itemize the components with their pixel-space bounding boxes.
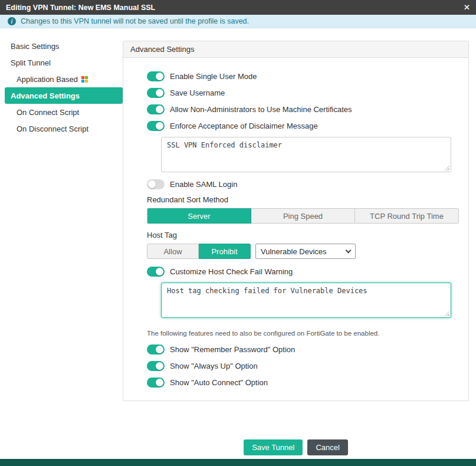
toggle-knob [148, 181, 156, 188]
fortigate-note: The following features need to also be c… [147, 330, 459, 337]
sidebar-item-on-connect-script[interactable]: On Connect Script [5, 104, 123, 120]
panel-body: Enable Single User Mode Save Username Al… [123, 58, 468, 401]
sort-option-ping-speed[interactable]: Ping Speed [251, 208, 355, 224]
disclaimer-textarea-wrap: SSL VPN Enforced disclaimer [161, 137, 451, 172]
host-tag-select-wrap: Vulnerable Devices [255, 244, 356, 259]
host-check-warning-textarea-wrap: Host tag checking failed for Vulnerable … [161, 283, 451, 318]
single-user-mode-toggle[interactable] [147, 71, 165, 81]
remember-password-toggle[interactable] [147, 344, 165, 355]
toggle-knob [156, 362, 163, 370]
host-tag-select[interactable]: Vulnerable Devices [255, 244, 356, 259]
toggle-row-save-username: Save Username [147, 87, 459, 98]
saml-login-label: Enable SAML Login [170, 180, 237, 189]
machine-certs-toggle[interactable] [147, 104, 165, 114]
edit-vpn-tunnel-dialog: Editing VPN Tunnel: New EMS Manual SSL ✕… [0, 0, 476, 466]
info-banner-text: Changes to this VPN tunnel will not be s… [21, 17, 249, 25]
host-tag-row: Allow Prohibit Vulnerable Devices [147, 244, 459, 259]
toggle-row-machine-certs: Allow Non-Administrators to Use Machine … [147, 104, 459, 114]
host-check-warning-toggle[interactable] [147, 267, 165, 277]
toggle-knob [156, 73, 163, 80]
toggle-row-auto-connect: Show "Auto Connect" Option [147, 377, 459, 388]
cancel-button[interactable]: Cancel [307, 439, 347, 455]
save-username-toggle[interactable] [147, 88, 165, 98]
toggle-row-saml: Enable SAML Login [147, 179, 459, 189]
toggle-knob [156, 379, 163, 386]
machine-certs-label: Allow Non-Administrators to Use Machine … [170, 105, 352, 114]
dialog-title: Editing VPN Tunnel: New EMS Manual SSL [6, 4, 464, 12]
sidebar-item-advanced-settings[interactable]: Advanced Settings [5, 87, 123, 104]
dialog-footer: Save Tunnel Cancel [123, 439, 469, 455]
toggle-knob [156, 89, 163, 97]
always-up-label: Show "Always Up" Option [170, 362, 258, 370]
redundant-sort-label: Redundant Sort Method [147, 195, 459, 204]
toggle-knob [156, 268, 163, 275]
sidebar-item-application-based[interactable]: Application Based [5, 71, 123, 87]
sidebar-item-basic-settings[interactable]: Basic Settings [5, 38, 123, 54]
toggle-row-always-up: Show "Always Up" Option [147, 360, 459, 371]
disclaimer-label: Enforce Acceptance of Disclaimer Message [170, 122, 318, 130]
win-square-green [85, 76, 88, 79]
sidebar-item-on-disconnect-script[interactable]: On Disconnect Script [5, 120, 123, 137]
toggle-row-host-check: Customize Host Check Fail Warning [147, 266, 459, 277]
disclaimer-message-textarea[interactable]: SSL VPN Enforced disclaimer [161, 137, 451, 172]
sort-option-tcp-round-trip-time[interactable]: TCP Round Trip Time [355, 208, 459, 224]
host-tag-option-allow[interactable]: Allow [147, 244, 199, 259]
toggle-row-remember-password: Show "Remember Password" Option [147, 344, 459, 355]
sidebar-item-split-tunnel[interactable]: Split Tunnel [5, 54, 123, 71]
advanced-settings-panel: Advanced Settings Enable Single User Mod… [123, 41, 469, 401]
toggle-knob [156, 346, 163, 353]
panel-header: Advanced Settings [123, 41, 468, 58]
main-area: Advanced Settings Enable Single User Mod… [123, 28, 476, 459]
toggle-row-single-user: Enable Single User Mode [147, 71, 459, 81]
always-up-toggle[interactable] [147, 361, 165, 371]
auto-connect-label: Show "Auto Connect" Option [170, 378, 268, 387]
toggle-knob [156, 122, 163, 130]
sidebar-item-label: Application Based [17, 75, 78, 84]
single-user-mode-label: Enable Single User Mode [170, 72, 257, 81]
windows-logo-icon [81, 76, 88, 83]
sidebar: Basic Settings Split Tunnel Application … [0, 28, 123, 459]
win-square-red [81, 76, 84, 79]
remember-password-label: Show "Remember Password" Option [170, 345, 295, 354]
host-check-warning-textarea[interactable]: Host tag checking failed for Vulnerable … [161, 283, 451, 318]
close-icon[interactable]: ✕ [464, 4, 470, 11]
host-tag-label: Host Tag [147, 231, 459, 239]
toggle-row-disclaimer: Enforce Acceptance of Disclaimer Message [147, 120, 459, 131]
host-tag-segmented: Allow Prohibit [147, 244, 251, 259]
win-square-blue [81, 80, 84, 83]
info-banner: Changes to this VPN tunnel will not be s… [0, 15, 476, 28]
sort-option-server[interactable]: Server [147, 208, 251, 224]
save-tunnel-button[interactable]: Save Tunnel [244, 439, 303, 455]
dialog-titlebar: Editing VPN Tunnel: New EMS Manual SSL ✕ [0, 0, 476, 15]
win-square-yellow [85, 80, 88, 83]
host-tag-option-prohibit[interactable]: Prohibit [199, 244, 251, 259]
dialog-body: Basic Settings Split Tunnel Application … [0, 28, 476, 459]
auto-connect-toggle[interactable] [147, 378, 165, 388]
disclaimer-toggle[interactable] [147, 121, 165, 131]
toggle-knob [156, 106, 163, 113]
info-icon [8, 17, 16, 25]
saml-login-toggle[interactable] [147, 179, 165, 189]
save-username-label: Save Username [170, 88, 225, 97]
host-check-warning-label: Customize Host Check Fail Warning [170, 267, 293, 276]
redundant-sort-segmented: Server Ping Speed TCP Round Trip Time [147, 208, 459, 224]
bottom-strip [0, 459, 476, 466]
